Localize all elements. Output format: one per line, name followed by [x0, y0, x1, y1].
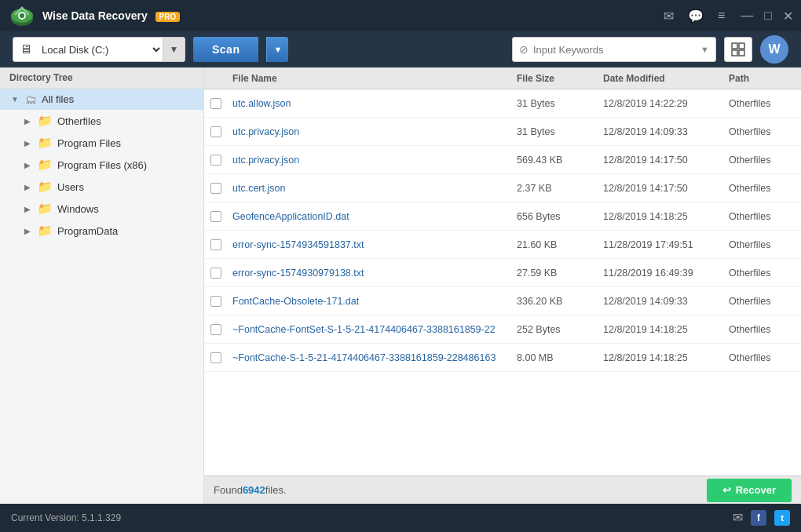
row-check-4[interactable]	[204, 211, 226, 222]
sidebar-header: Directory Tree	[0, 67, 203, 89]
scan-button[interactable]: Scan	[193, 37, 258, 62]
disk-icon: 🖥	[13, 42, 38, 56]
file-size-7: 336.20 KB	[510, 296, 597, 307]
file-date-4: 12/8/2019 14:18:25	[597, 211, 722, 222]
table-row: ~FontCache-S-1-5-21-4174406467-338816185…	[204, 344, 801, 372]
sidebar-item-allfiles[interactable]: ▼ 🗂 All files	[0, 89, 203, 110]
titlebar: Wise Data Recovery PRO ✉ 💬 ≡ — □ ✕	[0, 0, 801, 31]
row-check-7[interactable]	[204, 296, 226, 307]
file-path-2: Otherfiles	[722, 155, 801, 166]
file-name-4: GeofenceApplicationID.dat	[226, 211, 510, 222]
twitter-icon[interactable]: t	[774, 510, 790, 526]
file-date-5: 11/28/2019 17:49:51	[597, 239, 722, 250]
table-row: utc.allow.json 31 Bytes 12/8/2019 14:22:…	[204, 89, 801, 118]
mail-icon[interactable]: ✉	[664, 9, 674, 24]
maximize-button[interactable]: □	[764, 9, 772, 23]
view-toggle-button[interactable]	[724, 37, 752, 62]
row-check-1[interactable]	[204, 126, 226, 137]
folder-icon: 📁	[38, 158, 53, 172]
disk-dropdown-arrow[interactable]: ▼	[163, 38, 185, 61]
file-size-1: 31 Bytes	[510, 126, 597, 137]
main-content: Directory Tree ▼ 🗂 All files ▶ 📁 Otherfi…	[0, 67, 801, 504]
expand-arrow: ▶	[22, 183, 33, 191]
col-path-header[interactable]: Path	[722, 73, 801, 84]
table-row: utc.cert.json 2.37 KB 12/8/2019 14:17:50…	[204, 174, 801, 202]
file-checkbox-2[interactable]	[210, 155, 221, 166]
col-name-header[interactable]: File Name	[226, 73, 510, 84]
file-path-0: Otherfiles	[722, 98, 801, 109]
row-check-0[interactable]	[204, 98, 226, 109]
file-checkbox-8[interactable]	[210, 324, 221, 335]
sidebar-item-programfiles[interactable]: ▶ 📁 Program Files	[0, 132, 203, 154]
mail-icon[interactable]: ✉	[733, 510, 743, 526]
col-date-header[interactable]: Date Modified	[597, 73, 722, 84]
close-button[interactable]: ✕	[783, 9, 793, 24]
search-input[interactable]	[533, 44, 696, 56]
row-check-5[interactable]	[204, 239, 226, 250]
sidebar-item-otherfiles[interactable]: ▶ 📁 Otherfiles	[0, 110, 203, 132]
expand-arrow: ▶	[22, 205, 33, 213]
file-name-8: ~FontCache-FontSet-S-1-5-21-4174406467-3…	[226, 324, 510, 335]
minimize-button[interactable]: —	[741, 9, 753, 23]
scan-dropdown-button[interactable]: ▼	[266, 37, 288, 62]
svg-rect-4	[732, 43, 737, 49]
file-date-1: 12/8/2019 14:09:33	[597, 126, 722, 137]
row-check-9[interactable]	[204, 352, 226, 363]
folder-label: Windows	[57, 203, 99, 215]
svg-rect-6	[732, 50, 737, 56]
table-row: utc.privacy.json 569.43 KB 12/8/2019 14:…	[204, 146, 801, 174]
expand-arrow: ▶	[22, 117, 33, 126]
col-size-header[interactable]: File Size	[510, 73, 597, 84]
bottom-icons: ✉ f t	[733, 510, 790, 526]
file-path-7: Otherfiles	[722, 296, 801, 307]
status-bar: Found 6942 files. ↩ Recover	[204, 476, 801, 504]
row-check-3[interactable]	[204, 183, 226, 194]
expand-arrow: ▶	[22, 139, 33, 148]
file-checkbox-9[interactable]	[210, 352, 221, 363]
row-check-8[interactable]	[204, 324, 226, 335]
recover-button[interactable]: ↩ Recover	[707, 479, 792, 502]
table-row: error-sync-1574934591837.txt 21.60 KB 11…	[204, 231, 801, 259]
menu-icon[interactable]: ≡	[718, 9, 725, 24]
found-count: 6942	[243, 484, 265, 496]
svg-rect-5	[739, 43, 744, 49]
file-size-0: 31 Bytes	[510, 98, 597, 109]
file-checkbox-7[interactable]	[210, 296, 221, 307]
file-list-body: utc.allow.json 31 Bytes 12/8/2019 14:22:…	[204, 89, 801, 476]
file-name-1: utc.privacy.json	[226, 126, 510, 137]
folder-label: Otherfiles	[57, 115, 101, 127]
sidebar-item-windows[interactable]: ▶ 📁 Windows	[0, 198, 203, 220]
row-check-6[interactable]	[204, 268, 226, 279]
folder-icon: 📁	[38, 224, 53, 238]
view-toggle-icon	[731, 42, 745, 56]
file-name-3: utc.cert.json	[226, 183, 510, 194]
folder-icon: 📁	[38, 136, 53, 150]
row-check-2[interactable]	[204, 155, 226, 166]
titlebar-icons: ✉ 💬 ≡	[664, 9, 725, 24]
chat-icon[interactable]: 💬	[688, 9, 704, 24]
file-size-4: 656 Bytes	[510, 211, 597, 222]
sidebar-item-programfiles-x86[interactable]: ▶ 📁 Program Files (x86)	[0, 154, 203, 176]
allfiles-icon: 🗂	[25, 93, 37, 106]
facebook-icon[interactable]: f	[751, 510, 766, 526]
file-checkbox-1[interactable]	[210, 126, 221, 137]
disk-dropdown[interactable]: Local Disk (C:)	[38, 43, 163, 56]
search-box[interactable]: ⊘ ▼	[512, 37, 716, 62]
disk-selector[interactable]: 🖥 Local Disk (C:) ▼	[13, 37, 185, 62]
search-dropdown-arrow[interactable]: ▼	[700, 45, 709, 54]
table-row: ~FontCache-FontSet-S-1-5-21-4174406467-3…	[204, 315, 801, 344]
sidebar: Directory Tree ▼ 🗂 All files ▶ 📁 Otherfi…	[0, 67, 204, 504]
file-size-9: 8.00 MB	[510, 352, 597, 363]
sidebar-item-programdata[interactable]: ▶ 📁 ProgramData	[0, 220, 203, 242]
file-checkbox-3[interactable]	[210, 183, 221, 194]
file-checkbox-6[interactable]	[210, 268, 221, 279]
file-checkbox-0[interactable]	[210, 98, 221, 109]
user-avatar[interactable]: W	[760, 35, 788, 64]
file-name-0: utc.allow.json	[226, 98, 510, 109]
folder-icon: 📁	[38, 180, 53, 194]
expand-arrow: ▶	[22, 227, 33, 235]
file-checkbox-4[interactable]	[210, 211, 221, 222]
sidebar-item-users[interactable]: ▶ 📁 Users	[0, 176, 203, 198]
file-checkbox-5[interactable]	[210, 239, 221, 250]
filter-icon: ⊘	[519, 43, 529, 56]
